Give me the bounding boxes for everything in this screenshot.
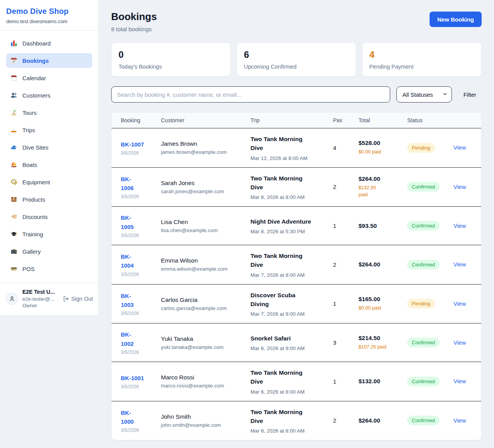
avatar [5,292,19,305]
customer-name: John Smith [161,413,246,420]
status-badge: Pending [407,299,435,308]
total-cell: $528.00 $0.00 paid [359,140,407,156]
action-cell: View [453,378,472,385]
sidebar-item-discounts[interactable]: Discounts [6,209,92,224]
tag-icon [10,213,18,221]
status-badge: Confirmed [407,221,440,231]
pax-value: 1 [333,222,359,229]
status-badge: Confirmed [407,338,440,347]
customer-cell: Marco Rossi marco.rossi@example.com [161,374,250,389]
sidebar-item-dive-sites[interactable]: Dive Sites [6,140,92,155]
sailboat-icon [10,161,18,168]
trip-datetime: Mar 6, 2026 at 8:00 AM [250,389,328,395]
sidebar-item-equipment[interactable]: Equipment [6,175,92,189]
sidebar-item-label: Dashboard [22,40,51,47]
total-amount: $214.50 [359,335,403,342]
status-badge: Confirmed [407,416,440,425]
status-cell: Pending [407,299,453,308]
booking-date: 3/5/2026 [121,272,156,277]
stat-label: Pending Payment [369,64,474,70]
total-amount: $165.00 [359,296,403,303]
user-email: e2e-tester@... [22,296,55,303]
table-row: BK-1001 3/5/2026 Marco Rossi marco.rossi… [112,362,481,401]
sidebar-item-pos[interactable]: POS [6,261,92,276]
booking-id-link[interactable]: BK- 1004 [121,252,134,270]
view-link[interactable]: View [453,144,466,151]
trip-cell: Snorkel Safari Mar 6, 2026 at 9:00 AM [250,334,333,351]
sidebar-item-trips[interactable]: Trips [6,123,92,137]
view-link[interactable]: View [453,417,466,424]
total-amount: $264.00 [359,417,403,424]
sidebar-item-tours[interactable]: Tours [6,105,92,120]
tear-calendar-icon [10,74,18,82]
package-icon [10,195,18,203]
booking-id-link[interactable]: BK- 1000 [121,408,134,426]
search-input[interactable] [111,86,390,103]
view-link[interactable]: View [453,222,466,229]
booking-cell: BK-1001 3/5/2026 [121,374,161,389]
main-content: Bookings 8 total bookings New Booking 0 … [99,0,494,448]
action-cell: View [453,339,472,346]
sidebar: Demo Dive Shop demo.test.divestreams.com… [0,0,99,316]
page-header: Bookings 8 total bookings New Booking [111,11,482,32]
customer-name: Carlos Garcia [161,296,246,303]
sidebar-item-gallery[interactable]: Gallery [6,244,92,259]
person-icon [8,295,15,302]
table-row: BK- 1000 3/5/2026 John Smith john.smith@… [112,401,481,440]
dive-mask-icon [10,178,18,186]
booking-cell: BK- 1002 3/5/2026 [121,330,161,355]
sidebar-header: Demo Dive Shop demo.test.divestreams.com [0,0,98,30]
pax-value: 2 [333,184,359,190]
view-link[interactable]: View [453,261,466,268]
filter-button[interactable]: Filter [458,91,482,98]
sidebar-item-calendar[interactable]: Calendar [6,71,92,85]
sidebar-item-label: Training [22,231,43,237]
stat-value: 4 [369,49,474,60]
total-amount: $264.00 [359,175,403,182]
view-link[interactable]: View [453,378,466,384]
status-select[interactable]: All Statuses [396,86,452,103]
camera-icon [10,248,18,255]
credit-card-icon [10,265,18,273]
sidebar-item-label: POS [22,266,35,272]
status-badge: Pending [407,143,435,153]
sidebar-item-customers[interactable]: Customers [6,88,92,103]
booking-id-link[interactable]: BK- 1006 [121,175,134,193]
people-icon [10,91,18,99]
action-cell: View [453,184,472,190]
sidebar-item-bookings[interactable]: 17 Bookings [6,53,92,68]
status-cell: Confirmed [407,377,453,386]
booking-date: 3/5/2026 [121,428,156,433]
booking-id-link[interactable]: BK-1001 [121,374,144,382]
customer-name: Marco Rossi [161,374,246,381]
calendar-17-icon: 17 [10,57,18,64]
new-booking-button[interactable]: New Booking [430,12,482,27]
view-link[interactable]: View [453,339,466,346]
booking-date: 3/5/2026 [121,350,156,355]
view-link[interactable]: View [453,300,466,307]
action-cell: View [453,261,472,268]
paid-amount: $0.00 paid [359,305,403,312]
view-link[interactable]: View [453,184,466,190]
sidebar-item-dashboard[interactable]: Dashboard [6,36,92,51]
booking-id-link[interactable]: BK- 1005 [121,213,134,231]
total-amount: $264.00 [359,261,403,268]
sign-out-button[interactable]: Sign Out [63,296,93,302]
customer-email: james.brown@example.com [161,149,246,155]
booking-id-link[interactable]: BK- 1002 [121,330,134,348]
sidebar-item-boats[interactable]: Boats [6,157,92,172]
sidebar-item-products[interactable]: Products [6,192,92,207]
sidebar-item-training[interactable]: Training [6,227,92,241]
booking-id-link[interactable]: BK- 1003 [121,291,134,310]
booking-date: 3/5/2026 [121,384,156,389]
trip-datetime: Mar 12, 2026 at 8:00 AM [250,155,328,161]
customer-email: yuki.tanaka@example.com [161,344,246,350]
stat-card-todays-bookings: 0 Today's Bookings [111,42,231,77]
sign-out-label: Sign Out [71,296,93,302]
sidebar-item-label: Boats [22,162,37,168]
grad-cap-icon [10,230,18,238]
sidebar-user-footer: E2E Test U... e2e-tester@... Owner Sign … [0,283,98,315]
booking-id-link[interactable]: BK-1007 [121,140,144,149]
sidebar-item-label: Bookings [22,57,49,64]
trip-name: Two Tank Morning Dive [250,408,328,426]
